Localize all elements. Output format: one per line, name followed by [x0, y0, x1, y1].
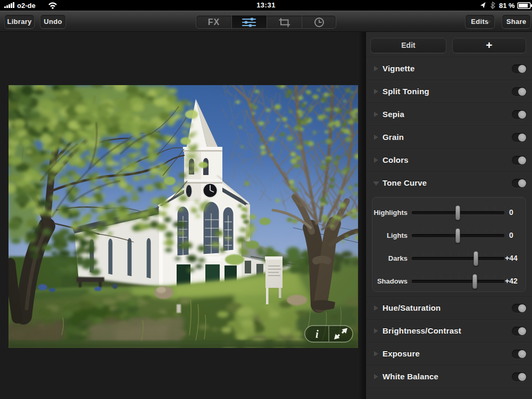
svg-text:81 %: 81 %	[499, 2, 515, 10]
svg-text:i: i	[315, 328, 319, 340]
